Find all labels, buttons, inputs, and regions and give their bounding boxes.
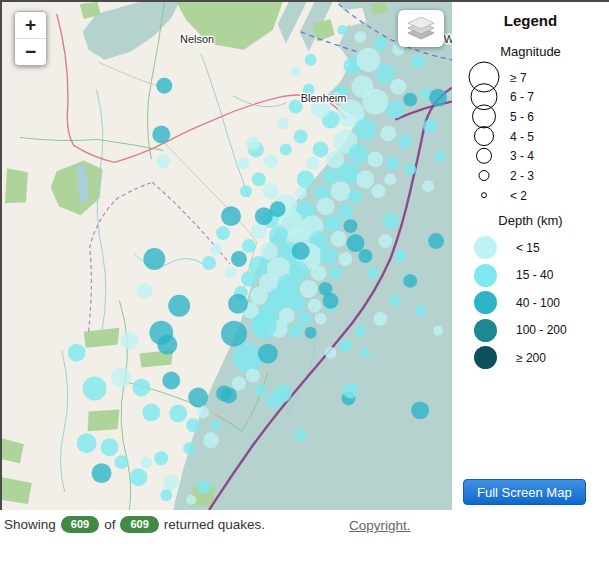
quake-circle[interactable]: [434, 150, 446, 162]
quake-circle[interactable]: [132, 379, 150, 397]
quake-circle[interactable]: [291, 67, 301, 77]
quake-circle[interactable]: [373, 37, 387, 51]
quake-circle[interactable]: [233, 343, 263, 373]
quake-circle[interactable]: [136, 283, 152, 299]
quake-circle[interactable]: [169, 404, 187, 422]
quake-circle[interactable]: [120, 332, 138, 350]
map-canvas[interactable]: NelsonBlenheimW: [2, 2, 452, 510]
quake-circle[interactable]: [433, 326, 443, 336]
quake-circle[interactable]: [329, 266, 343, 280]
quake-circle[interactable]: [92, 463, 112, 483]
zoom-in-button[interactable]: +: [15, 12, 46, 39]
quake-circle[interactable]: [250, 287, 268, 305]
quake-circle[interactable]: [197, 406, 209, 418]
quake-circle[interactable]: [210, 243, 222, 255]
quake-circle[interactable]: [142, 403, 160, 421]
quake-circle[interactable]: [246, 369, 260, 383]
quake-circle[interactable]: [348, 189, 362, 203]
quake-circle[interactable]: [221, 387, 237, 403]
quake-circle[interactable]: [274, 384, 292, 402]
quake-circle[interactable]: [115, 455, 129, 469]
quake-circle[interactable]: [343, 219, 357, 233]
quake-circle[interactable]: [295, 187, 307, 199]
quake-circle[interactable]: [373, 312, 387, 326]
quake-circle[interactable]: [270, 201, 286, 217]
quake-circle[interactable]: [292, 242, 310, 260]
quake-circle[interactable]: [221, 206, 241, 226]
quake-circle[interactable]: [228, 294, 248, 314]
quake-circle[interactable]: [264, 154, 278, 168]
quake-circle[interactable]: [83, 377, 107, 401]
quake-circle[interactable]: [386, 101, 404, 119]
quake-circle[interactable]: [143, 248, 165, 270]
quake-circle[interactable]: [294, 129, 308, 143]
quake-circle[interactable]: [367, 151, 383, 167]
quake-circle[interactable]: [423, 120, 437, 134]
quake-circle[interactable]: [263, 183, 279, 199]
quake-circle[interactable]: [403, 274, 417, 288]
quake-circle[interactable]: [346, 234, 364, 252]
quake-circle[interactable]: [289, 324, 303, 338]
quake-circle[interactable]: [162, 372, 180, 390]
quake-circle[interactable]: [331, 231, 347, 247]
quake-circle[interactable]: [295, 429, 307, 441]
quake-circle[interactable]: [305, 327, 317, 339]
quake-circle[interactable]: [360, 348, 370, 358]
quake-circle[interactable]: [403, 93, 417, 107]
layers-control[interactable]: [398, 10, 444, 47]
quake-circle[interactable]: [240, 185, 252, 197]
full-screen-map-button[interactable]: Full Screen Map: [463, 479, 586, 505]
quake-circle[interactable]: [77, 433, 97, 453]
quake-circle[interactable]: [339, 252, 353, 266]
quake-circle[interactable]: [385, 156, 399, 170]
quake-circle[interactable]: [378, 234, 392, 248]
quake-circle[interactable]: [160, 489, 172, 501]
quake-circle[interactable]: [371, 184, 385, 198]
quake-circle[interactable]: [154, 451, 168, 465]
quake-circle[interactable]: [197, 480, 211, 494]
quake-circle[interactable]: [362, 89, 388, 115]
quake-circle[interactable]: [152, 126, 170, 144]
quake-circle[interactable]: [186, 418, 200, 432]
quake-circle[interactable]: [356, 48, 380, 72]
quake-circle[interactable]: [356, 170, 374, 188]
quake-circle[interactable]: [255, 384, 267, 396]
copyright-link[interactable]: Copyright.: [349, 518, 411, 533]
quake-circle[interactable]: [238, 157, 250, 169]
quake-circle[interactable]: [252, 172, 266, 186]
quake-circle[interactable]: [320, 247, 338, 265]
quake-circle[interactable]: [428, 233, 444, 249]
quake-circle[interactable]: [331, 181, 351, 201]
quake-circle[interactable]: [68, 344, 86, 362]
quake-circle[interactable]: [323, 293, 339, 309]
quake-circle[interactable]: [313, 141, 329, 157]
quake-circle[interactable]: [338, 162, 360, 184]
quake-circle[interactable]: [342, 383, 358, 399]
quake-circle[interactable]: [211, 420, 221, 430]
quake-circle[interactable]: [241, 271, 257, 287]
quake-circle[interactable]: [277, 118, 289, 130]
quake-circle[interactable]: [338, 203, 354, 219]
quake-circle[interactable]: [156, 154, 170, 168]
quake-circle[interactable]: [414, 305, 426, 317]
quake-circle[interactable]: [323, 168, 339, 184]
quake-circle[interactable]: [375, 64, 395, 84]
quake-circle[interactable]: [315, 313, 327, 325]
quake-circle[interactable]: [354, 325, 366, 337]
quake-circle[interactable]: [394, 250, 406, 262]
quake-circle[interactable]: [354, 119, 376, 141]
quake-circle[interactable]: [186, 495, 196, 505]
quake-circle[interactable]: [251, 313, 277, 339]
quake-circle[interactable]: [429, 89, 447, 107]
quake-circle[interactable]: [389, 295, 401, 307]
zoom-out-button[interactable]: −: [15, 39, 46, 65]
quake-circle[interactable]: [384, 173, 396, 185]
quake-circle[interactable]: [246, 136, 260, 150]
quake-circle[interactable]: [398, 134, 412, 148]
quake-circle[interactable]: [183, 442, 195, 454]
quake-circle[interactable]: [280, 143, 292, 155]
quake-circle[interactable]: [168, 295, 190, 317]
quake-circle[interactable]: [140, 456, 152, 468]
quake-circle[interactable]: [216, 226, 230, 240]
quake-circle[interactable]: [390, 79, 406, 95]
